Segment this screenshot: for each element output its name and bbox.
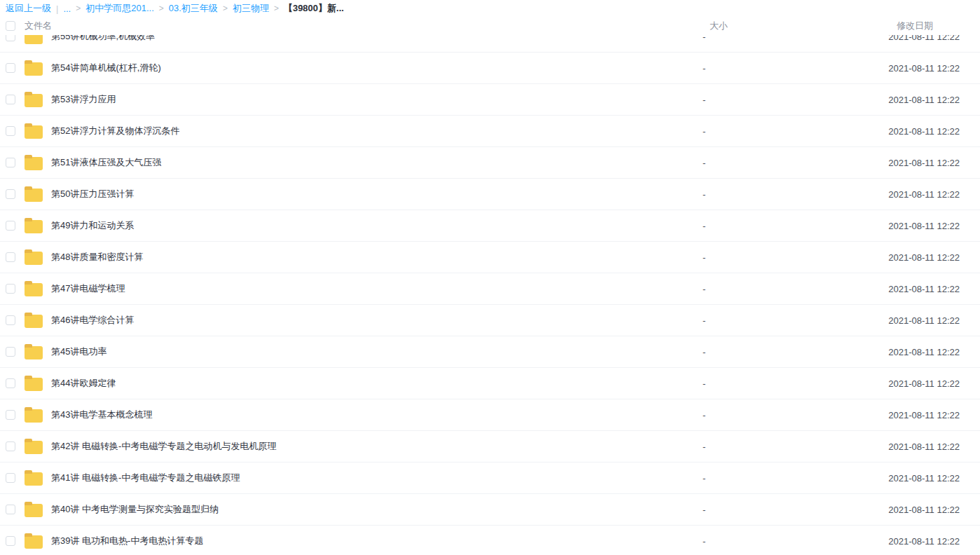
file-size: - (703, 315, 808, 326)
row-checkbox[interactable] (6, 35, 15, 41)
file-size: - (703, 378, 808, 389)
file-modified-date: 2021-08-11 12:22 (808, 315, 960, 326)
row-checkbox[interactable] (6, 221, 15, 231)
row-checkbox[interactable] (6, 252, 15, 262)
file-name-link[interactable]: 第42讲 电磁转换-中考电磁学专题之电动机与发电机原理 (51, 440, 703, 453)
row-checkbox[interactable] (6, 158, 15, 167)
file-modified-date: 2021-08-11 12:22 (808, 221, 960, 231)
chevron-right-icon: > (76, 4, 81, 13)
row-checkbox[interactable] (6, 315, 15, 325)
folder-icon (25, 35, 43, 44)
file-modified-date: 2021-08-11 12:22 (808, 158, 960, 168)
breadcrumb-current: 【39800】新... (284, 2, 344, 15)
chevron-right-icon: > (223, 4, 228, 13)
file-size: - (703, 284, 808, 294)
file-size: - (703, 536, 808, 547)
folder-icon (25, 94, 43, 107)
breadcrumb-pipe: | (56, 4, 58, 14)
file-row[interactable]: 第49讲力和运动关系 - 2021-08-11 12:22 (0, 210, 980, 242)
file-row[interactable]: 第52讲浮力计算及物体浮沉条件 - 2021-08-11 12:22 (0, 116, 980, 147)
file-modified-date: 2021-08-11 12:22 (808, 35, 960, 42)
file-row[interactable]: 第55讲机械功率,机械效率 - 2021-08-11 12:22 (0, 35, 980, 53)
file-size: - (703, 126, 808, 137)
row-checkbox[interactable] (6, 536, 15, 546)
file-name-link[interactable]: 第43讲电学基本概念梳理 (51, 409, 703, 421)
row-checkbox[interactable] (6, 473, 15, 483)
file-row[interactable]: 第53讲浮力应用 - 2021-08-11 12:22 (0, 84, 980, 116)
folder-icon (25, 252, 43, 265)
file-row[interactable]: 第41讲 电磁转换-中考电磁学专题之电磁铁原理 - 2021-08-11 12:… (0, 463, 980, 494)
column-header-filename[interactable]: 文件名 (25, 20, 703, 32)
file-row[interactable]: 第50讲压力压强计算 - 2021-08-11 12:22 (0, 179, 980, 210)
file-size: - (703, 189, 808, 200)
file-row[interactable]: 第42讲 电磁转换-中考电磁学专题之电动机与发电机原理 - 2021-08-11… (0, 431, 980, 463)
folder-icon (25, 504, 43, 517)
chevron-right-icon: > (274, 4, 279, 13)
file-name-link[interactable]: 第53讲浮力应用 (51, 93, 703, 106)
file-name-link[interactable]: 第52讲浮力计算及物体浮沉条件 (51, 125, 703, 137)
file-modified-date: 2021-08-11 12:22 (808, 473, 960, 484)
file-size: - (703, 441, 808, 452)
column-header-modified-date[interactable]: 修改日期 (808, 20, 960, 32)
row-checkbox[interactable] (6, 441, 15, 451)
file-size: - (703, 473, 808, 484)
breadcrumb-link-1[interactable]: 初中学而思201... (85, 2, 154, 15)
file-row[interactable]: 第54讲简单机械(杠杆,滑轮) - 2021-08-11 12:22 (0, 53, 980, 84)
file-row[interactable]: 第47讲电磁学梳理 - 2021-08-11 12:22 (0, 273, 980, 305)
file-row[interactable]: 第44讲欧姆定律 - 2021-08-11 12:22 (0, 368, 980, 399)
row-checkbox[interactable] (6, 347, 15, 357)
file-modified-date: 2021-08-11 12:22 (808, 126, 960, 137)
row-checkbox[interactable] (6, 63, 15, 73)
row-checkbox[interactable] (6, 95, 15, 104)
row-checkbox[interactable] (6, 126, 15, 136)
file-name-link[interactable]: 第51讲液体压强及大气压强 (51, 156, 703, 169)
file-name-link[interactable]: 第47讲电磁学梳理 (51, 282, 703, 295)
file-table-header: 文件名 大小 修改日期 (0, 17, 980, 35)
file-modified-date: 2021-08-11 12:22 (808, 284, 960, 294)
file-row[interactable]: 第45讲电功率 - 2021-08-11 12:22 (0, 336, 980, 368)
breadcrumb-back-link[interactable]: 返回上一级 (6, 2, 51, 15)
file-name-link[interactable]: 第54讲简单机械(杠杆,滑轮) (51, 62, 703, 74)
file-name-link[interactable]: 第50讲压力压强计算 (51, 188, 703, 200)
file-row[interactable]: 第48讲质量和密度计算 - 2021-08-11 12:22 (0, 242, 980, 273)
file-modified-date: 2021-08-11 12:22 (808, 95, 960, 105)
row-checkbox[interactable] (6, 505, 15, 514)
row-checkbox[interactable] (6, 189, 15, 199)
file-name-link[interactable]: 第49讲力和运动关系 (51, 219, 703, 232)
file-row[interactable]: 第40讲 中考电学测量与探究实验题型归纳 - 2021-08-11 12:22 (0, 494, 980, 526)
column-header-size[interactable]: 大小 (703, 20, 808, 32)
folder-icon (25, 220, 43, 233)
file-row[interactable]: 第46讲电学综合计算 - 2021-08-11 12:22 (0, 305, 980, 336)
file-name-link[interactable]: 第46讲电学综合计算 (51, 314, 703, 327)
file-row[interactable]: 第51讲液体压强及大气压强 - 2021-08-11 12:22 (0, 147, 980, 179)
breadcrumb-link-3[interactable]: 初三物理 (233, 2, 269, 15)
folder-icon (25, 472, 43, 486)
file-size: - (703, 35, 808, 42)
file-modified-date: 2021-08-11 12:22 (808, 189, 960, 200)
file-modified-date: 2021-08-11 12:22 (808, 378, 960, 389)
file-size: - (703, 347, 808, 357)
select-all-checkbox[interactable] (6, 21, 15, 31)
chevron-right-icon: > (159, 4, 164, 13)
row-checkbox[interactable] (6, 410, 15, 420)
row-checkbox[interactable] (6, 378, 15, 388)
folder-icon (25, 315, 43, 328)
file-name-link[interactable]: 第40讲 中考电学测量与探究实验题型归纳 (51, 503, 703, 516)
breadcrumb-link-ellipsis[interactable]: ... (63, 4, 71, 14)
file-modified-date: 2021-08-11 12:22 (808, 252, 960, 263)
file-row[interactable]: 第43讲电学基本概念梳理 - 2021-08-11 12:22 (0, 399, 980, 431)
file-modified-date: 2021-08-11 12:22 (808, 347, 960, 357)
file-name-link[interactable]: 第55讲机械功率,机械效率 (51, 35, 703, 43)
row-checkbox[interactable] (6, 284, 15, 294)
file-size: - (703, 63, 808, 74)
file-row[interactable]: 第39讲 电功和电热-中考电热计算专题 - 2021-08-11 12:22 (0, 526, 980, 555)
file-name-link[interactable]: 第48讲质量和密度计算 (51, 251, 703, 263)
file-name-link[interactable]: 第39讲 电功和电热-中考电热计算专题 (51, 535, 703, 547)
file-name-link[interactable]: 第44讲欧姆定律 (51, 377, 703, 390)
breadcrumb: 返回上一级 | ... > 初中学而思201... > 03.初三年级 > 初三… (0, 0, 980, 17)
file-name-link[interactable]: 第41讲 电磁转换-中考电磁学专题之电磁铁原理 (51, 472, 703, 484)
file-size: - (703, 95, 808, 105)
breadcrumb-link-2[interactable]: 03.初三年级 (169, 2, 218, 15)
file-size: - (703, 410, 808, 420)
file-name-link[interactable]: 第45讲电功率 (51, 345, 703, 358)
